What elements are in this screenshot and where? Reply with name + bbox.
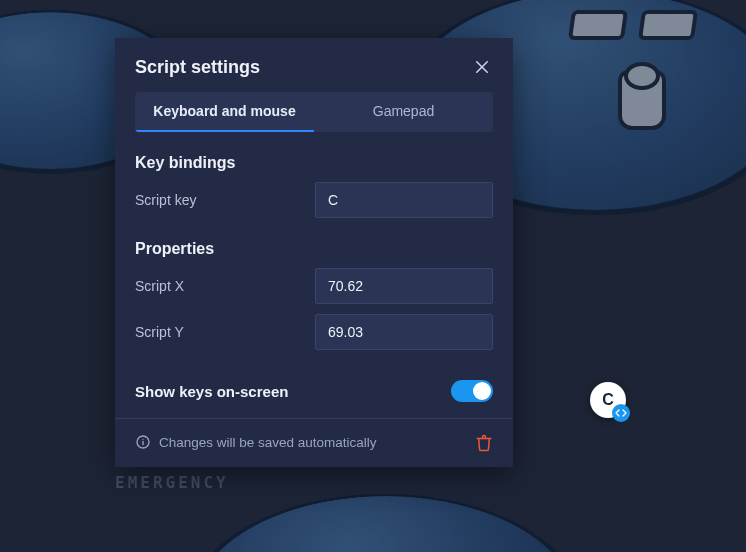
close-button[interactable] [471, 56, 493, 78]
script-icon [612, 404, 630, 422]
delete-button[interactable] [475, 433, 493, 451]
onscreen-key-letter: C [602, 391, 614, 409]
row-script-key: Script key [135, 182, 493, 218]
input-script-y[interactable] [315, 314, 493, 350]
tab-keyboard-and-mouse[interactable]: Keyboard and mouse [135, 92, 314, 132]
input-script-key[interactable] [315, 182, 493, 218]
close-icon [473, 58, 491, 76]
dialog-footer: Changes will be saved automatically [115, 418, 513, 467]
key-bindings-section: Key bindings Script key [115, 154, 513, 218]
script-settings-dialog: Script settings Keyboard and mouse Gamep… [115, 38, 513, 467]
tab-gamepad[interactable]: Gamepad [314, 92, 493, 132]
properties-section: Properties Script X Script Y [115, 240, 513, 350]
section-title-properties: Properties [135, 240, 493, 258]
dialog-header: Script settings [115, 38, 513, 92]
footer-note: Changes will be saved automatically [135, 434, 377, 450]
section-title-key-bindings: Key bindings [135, 154, 493, 172]
onscreen-key-badge[interactable]: C [590, 382, 626, 418]
label-script-x: Script X [135, 278, 315, 294]
footer-note-text: Changes will be saved automatically [159, 435, 377, 450]
emergency-label: EMERGENCY [115, 473, 229, 492]
toggle-show-keys[interactable] [451, 380, 493, 402]
row-script-x: Script X [135, 268, 493, 304]
tab-bar: Keyboard and mouse Gamepad [135, 92, 493, 132]
dialog-title: Script settings [135, 57, 260, 78]
info-icon [135, 434, 151, 450]
label-script-key: Script key [135, 192, 315, 208]
toggle-knob [473, 382, 491, 400]
trash-icon [475, 433, 493, 453]
label-script-y: Script Y [135, 324, 315, 340]
label-show-keys: Show keys on-screen [135, 383, 288, 400]
row-script-y: Script Y [135, 314, 493, 350]
input-script-x[interactable] [315, 268, 493, 304]
row-show-keys: Show keys on-screen [115, 360, 513, 418]
